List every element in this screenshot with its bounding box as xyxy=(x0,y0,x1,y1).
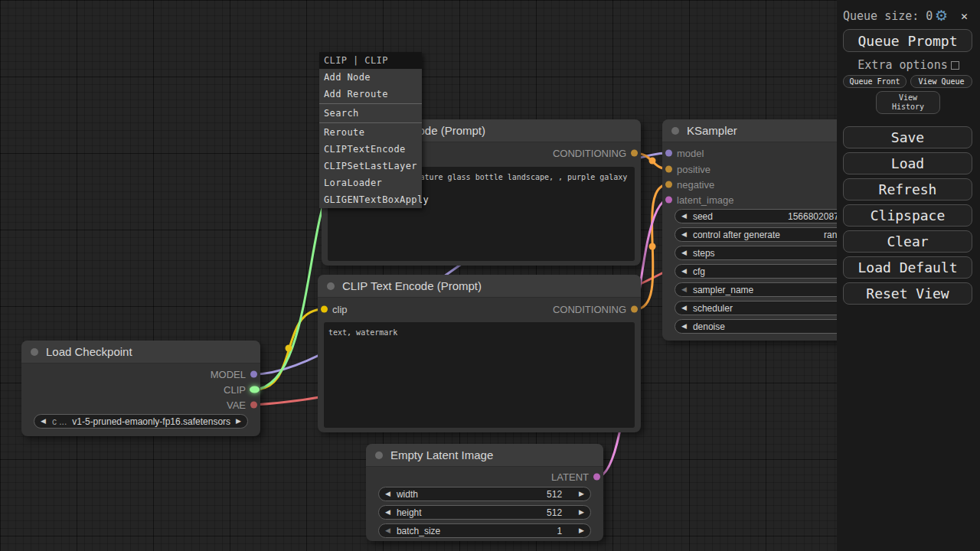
conditioning-output-label: CONDITIONING xyxy=(553,148,626,159)
vae-output-dot[interactable] xyxy=(250,402,257,409)
collapse-dot-icon[interactable] xyxy=(31,348,38,356)
comfyui-app: CLIP Text Encode (Prompt) CONDITIONING b… xyxy=(0,0,980,551)
node-load-checkpoint[interactable]: Load Checkpoint MODEL CLIP VAE ◀ c ... v… xyxy=(21,341,260,436)
widget-left-arrow-icon[interactable]: ◀ xyxy=(385,491,390,497)
slot-row: VAE xyxy=(21,398,260,412)
menu-item-add-node[interactable]: Add Node xyxy=(319,69,422,86)
collapse-dot-icon[interactable] xyxy=(671,127,679,135)
clip-output-label: CLIP xyxy=(224,384,246,396)
widget-left-arrow-icon[interactable]: ◀ xyxy=(681,268,687,275)
widget-left-arrow-icon[interactable]: ◀ xyxy=(385,509,390,516)
menu-item-reroute[interactable]: Reroute xyxy=(319,124,422,141)
node-clip-text-encode-negative[interactable]: CLIP Text Encode (Prompt) clip CONDITION… xyxy=(318,275,641,432)
node-title-bar[interactable]: KSampler xyxy=(662,119,837,142)
cfg-widget[interactable]: ◀ cfg xyxy=(675,264,837,279)
latent-image-input-dot[interactable] xyxy=(665,197,672,204)
height-widget[interactable]: ◀ height 512 ▶ xyxy=(378,505,591,520)
widget-left-arrow-icon[interactable]: ◀ xyxy=(681,286,687,293)
prompt-textarea[interactable]: text, watermark xyxy=(324,322,635,428)
queue-front-button[interactable]: Queue Front xyxy=(843,75,906,88)
widget-right-arrow-icon[interactable]: ▶ xyxy=(579,509,584,516)
queue-prompt-button[interactable]: Queue Prompt xyxy=(843,29,972,52)
node-title-bar[interactable]: Load Checkpoint xyxy=(21,341,260,364)
context-menu: CLIP | CLIP Add Node Add Reroute Search … xyxy=(319,52,422,208)
widget-label: height xyxy=(397,507,547,518)
denoise-widget[interactable]: ◀ denoise xyxy=(675,319,837,334)
latent-output-dot[interactable] xyxy=(593,474,600,481)
control-after-generate-widget[interactable]: ◀ control after generate randomize xyxy=(675,227,837,242)
extra-options-row: Extra options xyxy=(837,59,980,71)
widget-right-arrow-icon[interactable]: ▶ xyxy=(579,491,584,497)
menu-item-loraloader[interactable]: LoraLoader xyxy=(319,174,422,191)
collapse-dot-icon[interactable] xyxy=(327,282,335,290)
menu-item-cliptextencode[interactable]: CLIPTextEncode xyxy=(319,141,422,158)
node-title: Empty Latent Image xyxy=(390,448,493,461)
conditioning-output-dot[interactable] xyxy=(631,150,638,157)
model-output-dot[interactable] xyxy=(250,371,257,378)
node-title-bar[interactable]: CLIP Text Encode (Prompt) xyxy=(318,275,641,298)
context-menu-header: CLIP | CLIP xyxy=(319,52,422,69)
extra-options-label: Extra options xyxy=(858,58,947,72)
negative-input-dot[interactable] xyxy=(665,181,672,188)
collapse-dot-icon[interactable] xyxy=(375,452,383,459)
clip-output-dot[interactable] xyxy=(250,386,260,393)
extra-options-checkbox[interactable] xyxy=(951,61,959,70)
slot-row: model xyxy=(662,146,837,160)
graph-canvas[interactable]: CLIP Text Encode (Prompt) CONDITIONING b… xyxy=(0,0,837,551)
steps-widget[interactable]: ◀ steps xyxy=(675,246,837,260)
ckpt-name-combo[interactable]: ◀ c ... v1-5-pruned-emaonly-fp16.safeten… xyxy=(34,414,248,429)
widget-left-arrow-icon[interactable]: ◀ xyxy=(681,323,687,330)
menu-item-clipsetlastlayer[interactable]: CLIPSetLastLayer xyxy=(319,158,422,174)
refresh-button[interactable]: Refresh xyxy=(843,178,972,201)
positive-input-label: positive xyxy=(677,164,710,175)
positive-input-dot[interactable] xyxy=(665,166,672,173)
widget-value: 1 xyxy=(557,526,562,536)
scheduler-widget[interactable]: ◀ scheduler xyxy=(675,301,837,315)
menu-item-add-reroute[interactable]: Add Reroute xyxy=(319,86,422,103)
slot-row: positive xyxy=(662,162,837,176)
view-history-button[interactable]: View History xyxy=(876,91,940,114)
widget-left-arrow-icon[interactable]: ◀ xyxy=(681,231,687,238)
clip-input-dot[interactable] xyxy=(321,306,328,313)
load-default-button[interactable]: Load Default xyxy=(843,256,972,279)
menu-item-gligentextboxapply[interactable]: GLIGENTextBoxApply xyxy=(319,191,422,208)
load-button[interactable]: Load xyxy=(843,152,972,174)
save-button[interactable]: Save xyxy=(843,126,972,148)
model-input-dot[interactable] xyxy=(665,150,672,157)
slot-row: latent_image xyxy=(662,193,837,207)
view-queue-button[interactable]: View Queue xyxy=(910,75,972,88)
node-title: Load Checkpoint xyxy=(46,345,132,358)
wire-clip-dragging[interactable] xyxy=(254,208,322,390)
settings-gear-icon[interactable]: ⚙ xyxy=(935,7,948,24)
node-title-bar[interactable]: Empty Latent Image xyxy=(366,444,603,467)
slot-row: clip CONDITIONING xyxy=(318,302,641,316)
width-widget[interactable]: ◀ width 512 ▶ xyxy=(378,487,591,501)
combo-right-arrow-icon[interactable]: ▶ xyxy=(236,418,241,425)
widget-left-arrow-icon[interactable]: ◀ xyxy=(385,527,390,534)
widget-left-arrow-icon[interactable]: ◀ xyxy=(681,213,687,220)
clear-button[interactable]: Clear xyxy=(843,230,972,253)
seed-widget[interactable]: ◀ seed 1566802087 xyxy=(675,209,837,223)
clip-input-label: clip xyxy=(332,304,348,315)
menu-item-search[interactable]: Search xyxy=(319,105,422,122)
conditioning-output-dot[interactable] xyxy=(631,306,638,313)
widget-right-arrow-icon[interactable]: ▶ xyxy=(579,527,584,534)
link-dot-clip xyxy=(286,345,292,352)
widget-left-arrow-icon[interactable]: ◀ xyxy=(681,305,687,311)
node-empty-latent-image[interactable]: Empty Latent Image LATENT ◀ width 512 ▶ … xyxy=(366,444,603,541)
queue-status-row: Queue size: 0 ⚙ ✕ xyxy=(843,9,974,23)
combo-left-arrow-icon[interactable]: ◀ xyxy=(41,418,46,425)
clipspace-button[interactable]: Clipspace xyxy=(843,204,972,227)
batch-size-widget[interactable]: ◀ batch_size 1 ▶ xyxy=(378,523,591,538)
slot-row: negative xyxy=(662,178,837,191)
sampler-name-widget[interactable]: ◀ sampler_name xyxy=(675,282,837,297)
widget-left-arrow-icon[interactable]: ◀ xyxy=(681,249,687,256)
widget-label: control after generate xyxy=(693,230,837,240)
link-dot-positive xyxy=(649,158,656,165)
widget-value: 512 xyxy=(547,489,562,500)
negative-input-label: negative xyxy=(677,179,714,191)
widget-value: 1566802087 xyxy=(788,211,837,222)
reset-view-button[interactable]: Reset View xyxy=(843,282,972,305)
node-ksampler[interactable]: KSampler model positive negative latent_… xyxy=(662,119,837,341)
close-icon[interactable]: ✕ xyxy=(961,9,968,23)
